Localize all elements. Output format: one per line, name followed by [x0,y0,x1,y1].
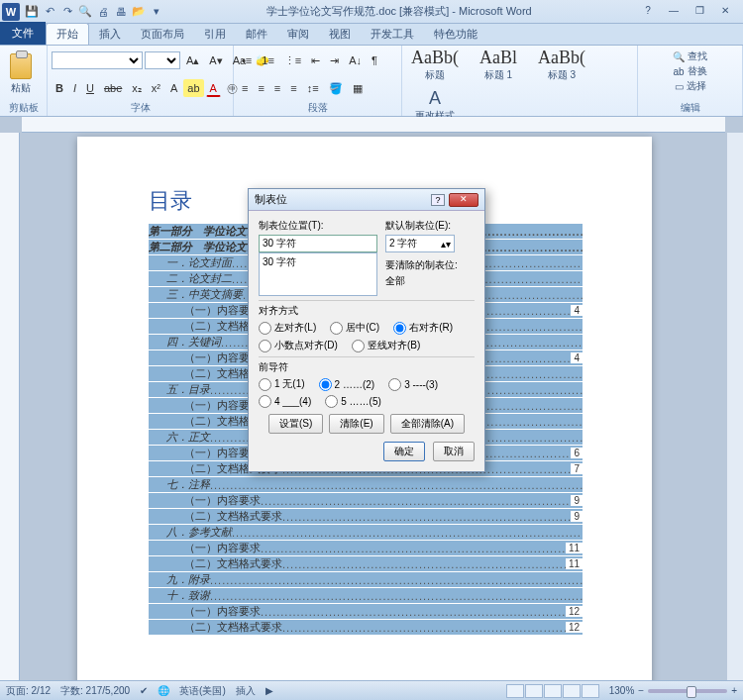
align-right-radio[interactable]: 右对齐(R) [393,321,453,335]
leader-5-radio[interactable]: 5 ……(5) [325,395,381,408]
leader-1-radio[interactable]: 1 无(1) [259,377,305,391]
indent-inc-icon[interactable]: ⇥ [326,51,343,69]
align-left-icon[interactable]: ≡ [238,79,252,97]
status-page[interactable]: 页面: 2/12 [6,684,51,698]
align-right-icon[interactable]: ≡ [270,79,284,97]
restore-button[interactable]: ❐ [690,5,709,19]
text-effects-icon[interactable]: A [166,79,181,97]
clear-all-button[interactable]: 全部清除(A) [390,414,465,434]
toc-line[interactable]: 七．注释....................................… [149,477,583,492]
tab-special[interactable]: 特色功能 [424,24,487,45]
subscript-button[interactable]: x₂ [128,79,146,97]
tab-references[interactable]: 引用 [194,24,236,45]
shading-icon[interactable]: 🪣 [325,79,347,97]
dialog-titlebar[interactable]: 制表位 ? ✕ [249,189,484,211]
status-words[interactable]: 字数: 217/5,200 [60,684,130,698]
tab-file[interactable]: 文件 [0,22,46,45]
style-item-2[interactable]: AaBb( 标题 3 [533,48,590,82]
help-button[interactable]: ? [638,5,658,19]
replace-button[interactable]: ab替换 [673,64,706,78]
italic-button[interactable]: I [69,79,80,97]
qat-preview-icon[interactable]: 🔍 [77,4,93,20]
dialog-close-button[interactable]: ✕ [449,193,478,207]
vertical-scrollbar[interactable] [727,133,743,680]
font-family-select[interactable] [52,51,143,69]
minimize-button[interactable]: — [664,5,684,19]
tab-pos-list[interactable]: 30 字符 [259,252,377,296]
proofing-icon[interactable]: ✔ [140,685,148,696]
align-center-radio[interactable]: 居中(C) [330,321,379,335]
highlight-icon[interactable]: ab [183,79,203,97]
dialog-help-icon[interactable]: ? [431,194,445,206]
toc-line[interactable]: （一）内容要求.................................… [149,604,583,619]
font-size-select[interactable] [145,51,180,69]
strike-button[interactable]: abe [100,79,126,97]
toc-line[interactable]: 九．附录....................................… [149,572,583,587]
zoom-in-button[interactable]: + [731,685,737,696]
leader-4-radio[interactable]: 4 ___(4) [259,395,311,408]
status-language[interactable]: 英语(美国) [179,684,226,698]
tab-insert[interactable]: 插入 [89,24,131,45]
numbering-icon[interactable]: 1≡ [258,51,278,69]
qat-save-icon[interactable]: 💾 [24,4,40,20]
align-center-icon[interactable]: ≡ [254,79,267,97]
vertical-ruler[interactable] [0,133,20,680]
bold-button[interactable]: B [52,79,67,97]
zoom-value[interactable]: 130% [609,685,635,696]
language-icon[interactable]: 🌐 [158,685,169,696]
select-button[interactable]: ▭选择 [675,79,706,93]
tab-mailings[interactable]: 邮件 [236,24,277,45]
toc-line[interactable]: （一）内容要求.................................… [149,493,583,508]
macro-icon[interactable]: ▶ [265,685,273,696]
leader-2-radio[interactable]: 2 ……(2) [319,377,375,391]
tab-review[interactable]: 审阅 [277,24,319,45]
align-bar-radio[interactable]: 竖线对齐(B) [352,339,420,352]
ok-button[interactable]: 确定 [383,442,425,461]
tab-layout[interactable]: 页面布局 [131,24,194,45]
view-draft-icon[interactable] [582,684,599,698]
cancel-button[interactable]: 取消 [433,442,475,461]
style-item-1[interactable]: AaBl 标题 1 [470,48,527,82]
zoom-out-button[interactable]: − [638,685,644,696]
toc-line[interactable]: （一）内容要求.................................… [149,541,583,555]
view-print-icon[interactable] [506,684,524,698]
default-tab-spinner[interactable]: 2 字符▴▾ [385,235,455,252]
qat-quickprint-icon[interactable]: 🖨 [95,4,111,20]
toc-line[interactable]: 八．参考文献..................................… [149,525,583,540]
grow-font-icon[interactable]: A▴ [182,51,203,69]
status-mode[interactable]: 插入 [236,684,256,698]
tab-pos-input[interactable] [259,235,377,252]
shrink-font-icon[interactable]: A▾ [205,51,226,69]
toc-line[interactable]: （二）文档格式要求...............................… [149,556,583,571]
show-marks-icon[interactable]: ¶ [368,51,381,69]
align-left-radio[interactable]: 左对齐(L) [259,321,316,335]
horizontal-ruler[interactable] [22,117,725,133]
paste-button[interactable]: 粘贴 [4,48,38,101]
clear-button[interactable]: 清除(E) [329,414,383,434]
set-button[interactable]: 设置(S) [268,414,323,434]
sort-icon[interactable]: A↓ [345,51,366,69]
align-decimal-radio[interactable]: 小数点对齐(D) [259,339,338,352]
close-button[interactable]: ✕ [715,5,735,19]
list-item[interactable]: 30 字符 [263,255,373,269]
style-item-0[interactable]: AaBb( 标题 [406,48,464,82]
view-read-icon[interactable] [525,684,543,698]
underline-button[interactable]: U [82,79,98,97]
qat-redo-icon[interactable]: ↷ [59,4,75,20]
justify-icon[interactable]: ≡ [286,79,300,97]
qat-more-icon[interactable]: ▾ [149,4,164,20]
tab-developer[interactable]: 开发工具 [361,24,424,45]
tab-home[interactable]: 开始 [46,23,89,45]
zoom-slider[interactable] [648,689,727,693]
line-spacing-icon[interactable]: ↕≡ [303,79,323,97]
font-color-icon[interactable]: A [206,79,221,97]
qat-undo-icon[interactable]: ↶ [42,4,57,20]
find-button[interactable]: 🔍查找 [673,50,707,63]
toc-line[interactable]: （二）文档格式要求...............................… [149,620,583,635]
view-web-icon[interactable] [544,684,562,698]
qat-open-icon[interactable]: 📂 [131,4,147,20]
multilevel-icon[interactable]: ⋮≡ [280,51,305,69]
view-outline-icon[interactable] [563,684,581,698]
toc-line[interactable]: 十．致谢....................................… [149,588,583,603]
borders-icon[interactable]: ▦ [349,79,367,97]
